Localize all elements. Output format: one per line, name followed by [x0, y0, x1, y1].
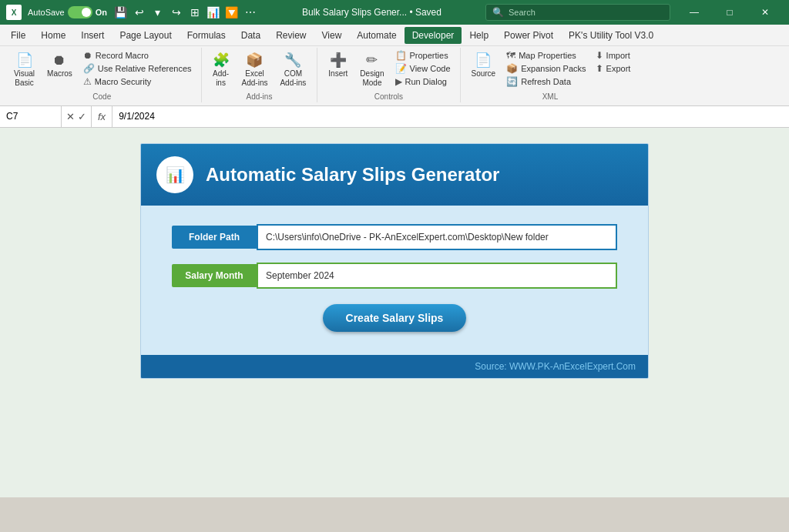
menu-view[interactable]: View	[314, 27, 350, 44]
ribbon-group-addins: 🧩 Add-ins 📦 ExcelAdd-ins 🔧 COMAdd-ins Ad…	[202, 48, 318, 102]
export-button[interactable]: ⬆ Export	[593, 62, 634, 75]
redo-icon[interactable]: ↪	[169, 5, 184, 20]
menu-automate[interactable]: Automate	[349, 27, 404, 44]
autosave-toggle[interactable]	[68, 6, 92, 18]
menu-developer[interactable]: Developer	[405, 27, 462, 44]
addins-group-label: Add-ins	[208, 92, 311, 101]
minimize-button[interactable]: —	[677, 0, 712, 25]
salary-month-input[interactable]	[257, 263, 617, 289]
insert-control-button[interactable]: ➕ Insert	[324, 49, 352, 82]
close-button[interactable]: ✕	[747, 0, 783, 25]
menu-bar: File Home Insert Page Layout Formulas Da…	[0, 25, 789, 46]
title-bar: X AutoSave On 💾 ↩ ▾ ↪ ⊞ 📊 🔽 ⋯ Bulk Salar…	[0, 0, 789, 25]
import-label: Import	[606, 51, 630, 60]
quick-access-toolbar: 💾 ↩ ▾ ↪ ⊞ 📊 🔽 ⋯	[113, 5, 258, 20]
filter-icon[interactable]: 🔽	[224, 5, 240, 20]
com-add-ins-button[interactable]: 🔧 COMAdd-ins	[275, 49, 311, 91]
folder-path-input[interactable]	[257, 224, 617, 250]
visual-basic-button[interactable]: 📄 VisualBasic	[9, 49, 39, 91]
run-dialog-button[interactable]: ▶ Run Dialog	[392, 75, 454, 88]
maximize-button[interactable]: □	[712, 0, 747, 25]
macro-security-button[interactable]: ⚠ Macro Security	[80, 75, 195, 88]
salary-logo: 📊	[156, 156, 193, 193]
map-properties-label: Map Properties	[519, 51, 576, 60]
menu-insert[interactable]: Insert	[73, 27, 112, 44]
design-mode-icon: ✏	[366, 52, 378, 69]
excel-logo: X	[6, 5, 22, 20]
expansion-packs-label: Expansion Packs	[521, 64, 586, 73]
source-label: Source	[472, 69, 496, 79]
source-button[interactable]: 📄 Source	[467, 49, 501, 82]
visual-basic-icon: 📄	[16, 52, 33, 69]
design-mode-label: DesignMode	[360, 69, 384, 88]
record-icon: ⏺	[83, 50, 92, 61]
grid-icon[interactable]: ⊞	[187, 5, 203, 20]
cancel-formula-icon[interactable]: ✓	[78, 111, 86, 122]
menu-power-pivot[interactable]: Power Pivot	[496, 27, 561, 44]
menu-pks-utility[interactable]: PK's Utility Tool V3.0	[561, 27, 661, 44]
addins-group-items: 🧩 Add-ins 📦 ExcelAdd-ins 🔧 COMAdd-ins	[208, 49, 311, 91]
view-code-button[interactable]: 📝 View Code	[392, 62, 454, 75]
undo-icon[interactable]: ↩	[132, 5, 147, 20]
search-input[interactable]	[509, 8, 663, 17]
salary-month-row: Salary Month	[172, 263, 617, 289]
salary-generator-container: 📊 Automatic Salary Slips Generator Folde…	[140, 143, 649, 379]
macro-security-label: Macro Security	[95, 77, 151, 86]
insert-ctrl-icon: ➕	[330, 52, 347, 69]
excel-add-ins-label: ExcelAdd-ins	[242, 69, 268, 88]
macros-button[interactable]: ⏺ Macros	[42, 49, 77, 82]
create-btn-row: Create Salary Slips	[172, 304, 617, 332]
salary-body: Folder Path Salary Month Create Salary S…	[141, 206, 648, 355]
menu-review[interactable]: Review	[268, 27, 314, 44]
fx-label: fx	[92, 106, 112, 127]
code-small-items: ⏺ Record Macro 🔗 Use Relative References…	[80, 49, 195, 88]
design-mode-button[interactable]: ✏ DesignMode	[355, 49, 388, 91]
menu-home[interactable]: Home	[33, 27, 73, 44]
expansion-packs-button[interactable]: 📦 Expansion Packs	[503, 62, 589, 75]
footer-text: Source: WWW.PK-AnExcelExpert.Com	[475, 361, 636, 372]
expansion-packs-icon: 📦	[506, 63, 518, 74]
relative-refs-label: Use Relative References	[98, 64, 192, 73]
menu-help[interactable]: Help	[462, 27, 496, 44]
properties-button[interactable]: 📋 Properties	[392, 49, 454, 62]
create-salary-slips-button[interactable]: Create Salary Slips	[323, 304, 467, 332]
add-ins-button[interactable]: 🧩 Add-ins	[208, 49, 234, 91]
search-box[interactable]: 🔍	[485, 4, 670, 21]
undo-dropdown-icon[interactable]: ▾	[150, 5, 166, 20]
relative-refs-button[interactable]: 🔗 Use Relative References	[80, 62, 195, 75]
formula-icons: ✕ ✓	[62, 106, 92, 127]
macro-security-icon: ⚠	[83, 76, 92, 87]
excel-add-ins-icon: 📦	[246, 52, 263, 69]
excel-add-ins-button[interactable]: 📦 ExcelAdd-ins	[237, 49, 273, 91]
code-group-label: Code	[9, 92, 195, 101]
menu-file[interactable]: File	[3, 27, 33, 44]
menu-formulas[interactable]: Formulas	[180, 27, 233, 44]
document-title: Bulk Salary Slips Gener... • Saved	[264, 7, 479, 18]
cell-reference-box[interactable]: C7	[0, 106, 62, 127]
insert-ctrl-label: Insert	[328, 69, 347, 79]
map-properties-button[interactable]: 🗺 Map Properties	[503, 49, 589, 62]
menu-page-layout[interactable]: Page Layout	[112, 27, 179, 44]
refresh-data-label: Refresh Data	[521, 77, 571, 86]
run-dialog-icon: ▶	[395, 76, 402, 87]
search-icon: 🔍	[492, 7, 504, 18]
autosave-label: AutoSave	[28, 8, 65, 17]
autosave-control: AutoSave On	[28, 6, 107, 18]
refresh-data-button[interactable]: 🔄 Refresh Data	[503, 75, 589, 88]
more-icon[interactable]: ⋯	[243, 5, 258, 20]
record-macro-button[interactable]: ⏺ Record Macro	[80, 49, 195, 62]
checkmark-icon[interactable]: ✕	[66, 111, 75, 122]
add-ins-label: Add-ins	[213, 69, 229, 88]
import-button[interactable]: ⬇ Import	[593, 49, 634, 62]
formula-bar: C7 ✕ ✓ fx 9/1/2024	[0, 106, 789, 128]
ribbon-group-controls: ➕ Insert ✏ DesignMode 📋 Properties 📝 Vie…	[317, 48, 460, 102]
menu-data[interactable]: Data	[233, 27, 268, 44]
folder-path-row: Folder Path	[172, 224, 617, 250]
macros-label: Macros	[47, 69, 72, 79]
properties-icon: 📋	[395, 50, 407, 61]
save-icon[interactable]: 💾	[113, 5, 129, 20]
controls-group-label: Controls	[324, 92, 453, 101]
salary-title: Automatic Salary Slips Generator	[206, 164, 499, 186]
chart-icon[interactable]: 📊	[206, 5, 221, 20]
visual-basic-label: VisualBasic	[14, 69, 35, 88]
